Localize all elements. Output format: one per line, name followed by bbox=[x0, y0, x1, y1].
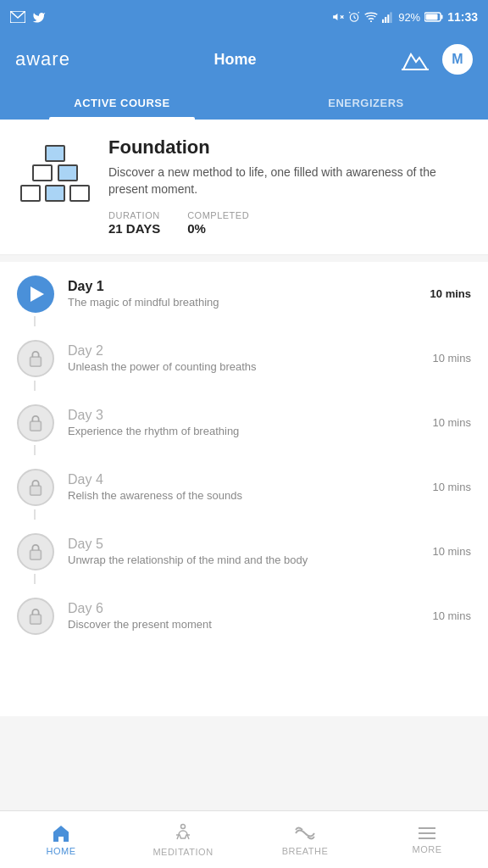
user-avatar[interactable]: M bbox=[442, 44, 473, 75]
lock-icon bbox=[28, 479, 43, 496]
status-right-icons: 92% 11:33 bbox=[332, 10, 478, 24]
svg-rect-24 bbox=[30, 421, 42, 431]
svg-rect-16 bbox=[426, 14, 438, 20]
lock-indicator bbox=[17, 598, 54, 635]
status-left-icons bbox=[10, 11, 46, 23]
mute-icon bbox=[332, 11, 344, 23]
wifi-icon bbox=[364, 12, 378, 22]
svg-line-7 bbox=[349, 12, 350, 13]
day-list: Day 1 The magic of mindful breathing 10 … bbox=[0, 262, 488, 716]
lock-indicator bbox=[17, 340, 54, 377]
signal-icon bbox=[382, 11, 394, 23]
day-title: Day 1 bbox=[68, 279, 430, 294]
breathe-icon bbox=[294, 824, 316, 843]
svg-rect-17 bbox=[21, 186, 40, 201]
day-title: Day 4 bbox=[68, 472, 432, 487]
day-title: Day 6 bbox=[68, 601, 432, 616]
mail-icon bbox=[10, 11, 25, 23]
alarm-icon bbox=[348, 11, 360, 23]
day-subtitle: Discover the present moment bbox=[68, 618, 432, 631]
svg-rect-25 bbox=[30, 486, 42, 495]
svg-point-28 bbox=[181, 824, 186, 828]
bottom-navigation: HOME MEDITATION BREATHE bbox=[0, 810, 488, 868]
mountain-icon[interactable] bbox=[400, 44, 430, 75]
time-display: 11:33 bbox=[447, 10, 478, 24]
day-duration: 10 mins bbox=[432, 481, 471, 493]
pyramid-svg bbox=[17, 140, 93, 208]
svg-rect-18 bbox=[46, 186, 64, 201]
course-info: Foundation Discover a new method to life… bbox=[108, 136, 471, 236]
day-item[interactable]: Day 3 Experience the rhythm of breathing… bbox=[0, 391, 488, 455]
lock-indicator bbox=[17, 469, 54, 506]
svg-rect-11 bbox=[385, 17, 386, 23]
svg-line-8 bbox=[358, 12, 359, 13]
course-metadata: DURATION 21 DAYS COMPLETED 0% bbox=[108, 210, 471, 236]
lock-icon bbox=[28, 350, 43, 367]
svg-point-9 bbox=[370, 20, 372, 22]
day-duration: 10 mins bbox=[432, 545, 471, 558]
course-completed: COMPLETED 0% bbox=[187, 210, 249, 236]
day-content: Day 5 Unwrap the relationship of the min… bbox=[54, 537, 432, 566]
day-duration: 10 mins bbox=[432, 352, 471, 364]
tab-energizers[interactable]: ENERGIZERS bbox=[244, 85, 488, 120]
day-item[interactable]: Day 2 Unleash the power of counting brea… bbox=[0, 326, 488, 391]
svg-marker-1 bbox=[333, 14, 337, 20]
course-icon bbox=[17, 140, 93, 211]
svg-rect-12 bbox=[387, 14, 389, 23]
meditation-icon bbox=[173, 823, 193, 843]
svg-rect-20 bbox=[33, 165, 52, 181]
nav-breathe[interactable]: BREATHE bbox=[244, 811, 366, 868]
svg-rect-22 bbox=[46, 146, 64, 161]
day-item[interactable]: Day 5 Unwrap the relationship of the min… bbox=[0, 520, 488, 584]
lock-icon bbox=[28, 543, 43, 560]
day-subtitle: Experience the rhythm of breathing bbox=[68, 425, 432, 437]
course-description: Discover a new method to life, one fille… bbox=[108, 164, 471, 198]
nav-more[interactable]: MORE bbox=[366, 811, 488, 868]
day-content: Day 2 Unleash the power of counting brea… bbox=[54, 343, 432, 373]
day-content: Day 6 Discover the present moment bbox=[54, 601, 432, 631]
day-content: Day 1 The magic of mindful breathing bbox=[54, 279, 430, 309]
svg-line-6 bbox=[354, 18, 356, 19]
nav-home[interactable]: HOME bbox=[0, 811, 122, 868]
day-item[interactable]: Day 4 Relish the awareness of the sounds… bbox=[0, 455, 488, 520]
tab-bar: ACTIVE COURSE ENERGIZERS bbox=[0, 85, 488, 120]
twitter-icon bbox=[32, 11, 46, 23]
course-duration: DURATION 21 DAYS bbox=[108, 210, 160, 236]
course-title: Foundation bbox=[108, 136, 471, 159]
nav-meditation[interactable]: MEDITATION bbox=[122, 811, 244, 868]
nav-more-label: MORE bbox=[413, 844, 442, 854]
day-subtitle: The magic of mindful breathing bbox=[68, 296, 430, 309]
svg-rect-10 bbox=[382, 19, 384, 23]
svg-rect-26 bbox=[30, 550, 42, 559]
header-actions: M bbox=[400, 44, 473, 75]
day-item[interactable]: Day 6 Discover the present moment 10 min… bbox=[0, 584, 488, 648]
status-bar: 92% 11:33 bbox=[0, 0, 488, 34]
svg-rect-23 bbox=[30, 357, 42, 366]
day-duration: 10 mins bbox=[432, 416, 471, 429]
battery-text: 92% bbox=[398, 11, 420, 24]
svg-rect-15 bbox=[441, 15, 443, 19]
day-subtitle: Unwrap the relationship of the mind and … bbox=[68, 554, 432, 566]
svg-rect-27 bbox=[30, 615, 42, 624]
svg-rect-19 bbox=[70, 186, 89, 201]
header-title: Home bbox=[214, 51, 256, 69]
connector-line bbox=[34, 445, 36, 455]
day-title: Day 2 bbox=[68, 343, 432, 359]
connector-line bbox=[34, 509, 36, 520]
connector-line bbox=[34, 316, 36, 326]
day-content: Day 4 Relish the awareness of the sounds bbox=[54, 472, 432, 502]
day-content: Day 3 Experience the rhythm of breathing bbox=[54, 408, 432, 437]
home-icon bbox=[51, 824, 71, 843]
course-card: Foundation Discover a new method to life… bbox=[0, 120, 488, 255]
app-header: aware Home M bbox=[0, 34, 488, 85]
day-title: Day 3 bbox=[68, 408, 432, 423]
nav-meditation-label: MEDITATION bbox=[152, 847, 213, 857]
svg-rect-13 bbox=[391, 12, 392, 23]
connector-line bbox=[34, 381, 36, 391]
battery-icon bbox=[424, 12, 443, 22]
day-subtitle: Unleash the power of counting breaths bbox=[68, 360, 432, 373]
app-logo: aware bbox=[15, 48, 70, 70]
tab-active-course[interactable]: ACTIVE COURSE bbox=[0, 85, 244, 120]
day-item[interactable]: Day 1 The magic of mindful breathing 10 … bbox=[0, 262, 488, 326]
play-button[interactable] bbox=[17, 275, 54, 313]
